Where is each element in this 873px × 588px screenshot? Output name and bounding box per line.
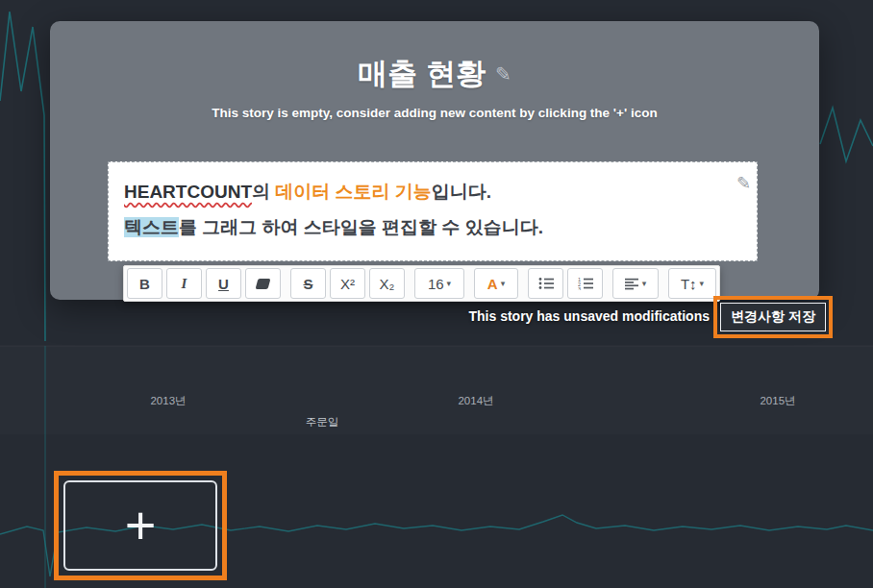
- particle-text: 의: [252, 182, 275, 202]
- editor-line-2: 텍스트를 그래그 하여 스타일을 편집할 수 있습니다.: [124, 209, 741, 245]
- underline-icon: U: [218, 276, 229, 292]
- story-title: 매출 현황: [358, 54, 486, 94]
- numbered-list-icon: 1 2 3: [578, 277, 593, 290]
- app-window: 2013년 2014년 2015년 주문일 매출 현황 ✎ This story…: [0, 0, 873, 588]
- save-annotation-highlight: 변경사항 저장: [713, 296, 833, 338]
- italic-icon: I: [182, 276, 187, 292]
- subscript-button[interactable]: X₂: [369, 268, 405, 299]
- chevron-down-icon: ▾: [501, 279, 506, 288]
- rich-text-editor[interactable]: HEARTCOUNT의 데이터 스토리 기능입니다. 텍스트를 그래그 하여 스…: [108, 161, 758, 261]
- x-axis-title: 주문일: [288, 415, 356, 429]
- superscript-icon: X²: [340, 276, 355, 292]
- save-changes-button[interactable]: 변경사항 저장: [720, 303, 826, 331]
- x-tick-2013: 2013년: [135, 394, 202, 408]
- chevron-down-icon: ▾: [447, 279, 452, 288]
- strikethrough-button[interactable]: S: [290, 268, 326, 299]
- chevron-down-icon: ▾: [700, 279, 705, 288]
- font-color-icon: A: [487, 276, 498, 292]
- clear-format-button[interactable]: [245, 268, 281, 299]
- formatting-toolbar: B I U S X² X₂ 16 ▾ A ▾ 1 2 3: [123, 265, 720, 302]
- font-color-dropdown[interactable]: A ▾: [474, 268, 518, 299]
- font-size-value: 16: [428, 276, 444, 292]
- story-title-row: 매출 현황 ✎: [50, 54, 819, 94]
- paragraph-align-dropdown[interactable]: ▾: [612, 268, 659, 299]
- font-size-dropdown[interactable]: 16 ▾: [414, 268, 464, 299]
- line-height-icon: T↕: [681, 276, 697, 292]
- unordered-list-button[interactable]: [528, 268, 563, 299]
- superscript-button[interactable]: X²: [330, 268, 365, 299]
- ordered-list-button[interactable]: 1 2 3: [567, 268, 603, 299]
- svg-text:3: 3: [578, 286, 581, 291]
- edit-title-icon[interactable]: ✎: [495, 62, 511, 86]
- edit-content-icon[interactable]: ✎: [736, 173, 751, 194]
- plus-icon: +: [125, 499, 157, 552]
- eraser-icon: [256, 279, 271, 289]
- bold-button[interactable]: B: [127, 268, 162, 299]
- bullet-list-icon: [538, 277, 554, 290]
- selected-text: 텍스트: [124, 217, 179, 237]
- unsaved-modifications-message: This story has unsaved modifications: [404, 308, 710, 324]
- italic-button[interactable]: I: [166, 268, 202, 299]
- underline-button[interactable]: U: [206, 268, 241, 299]
- editor-line-1: HEARTCOUNT의 데이터 스토리 기능입니다.: [124, 174, 741, 209]
- x-tick-2014: 2014년: [442, 394, 510, 408]
- align-left-icon: [625, 278, 639, 290]
- chevron-down-icon: ▾: [642, 279, 647, 288]
- line-height-dropdown[interactable]: T↕ ▾: [668, 268, 716, 299]
- brand-text: HEARTCOUNT: [124, 182, 252, 202]
- x-tick-2015: 2015년: [744, 394, 811, 408]
- feature-text: 데이터 스토리 기능: [275, 182, 432, 202]
- bold-icon: B: [139, 276, 150, 292]
- subscript-icon: X₂: [380, 276, 395, 292]
- story-modal: 매출 현황 ✎ This story is empty, consider ad…: [50, 21, 819, 300]
- story-empty-hint: This story is empty, consider adding new…: [50, 106, 819, 120]
- line1-end-text: 입니다.: [432, 182, 491, 202]
- strikethrough-icon: S: [303, 276, 312, 292]
- line2-end-text: 를 그래그 하여 스타일을 편집할 수 있습니다.: [179, 217, 543, 237]
- add-content-button[interactable]: +: [63, 480, 217, 571]
- add-annotation-highlight: +: [54, 471, 227, 580]
